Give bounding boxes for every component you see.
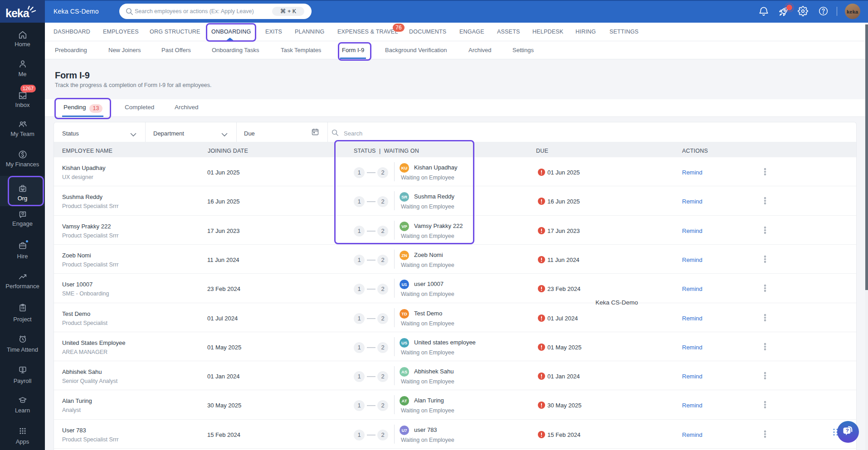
svg-text:?: ? (846, 428, 849, 433)
svg-text:keka: keka (5, 7, 30, 19)
